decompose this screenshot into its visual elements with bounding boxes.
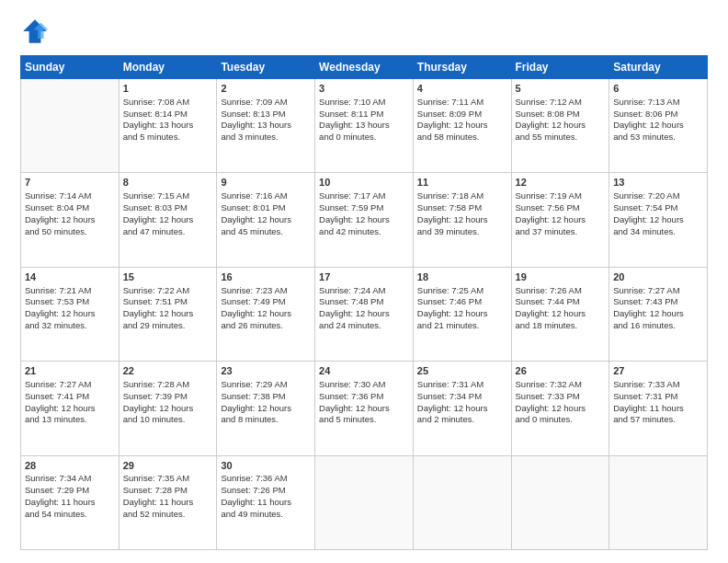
day-info: Sunset: 8:04 PM [25,202,115,214]
day-info: Sunset: 7:51 PM [123,296,213,308]
calendar-day-cell [511,455,609,549]
day-number: 21 [25,364,115,378]
day-number: 19 [516,270,606,284]
day-info: and 10 minutes. [123,414,213,426]
day-info: and 0 minutes. [516,414,606,426]
day-info: Sunset: 7:36 PM [319,391,409,403]
calendar-day-cell: 26Sunrise: 7:32 AMSunset: 7:33 PMDayligh… [511,362,609,455]
calendar-day-cell: 5Sunrise: 7:12 AMSunset: 8:08 PMDaylight… [511,79,609,173]
calendar-day-cell: 21Sunrise: 7:27 AMSunset: 7:41 PMDayligh… [21,362,119,455]
calendar-day-cell: 13Sunrise: 7:20 AMSunset: 7:54 PMDayligh… [609,173,708,267]
day-info: Sunrise: 7:32 AM [516,379,606,391]
weekday-header: Sunday [21,56,119,79]
day-info: Sunset: 7:54 PM [613,202,703,214]
day-info: and 37 minutes. [516,226,606,238]
calendar-day-cell: 29Sunrise: 7:35 AMSunset: 7:28 PMDayligh… [119,455,217,549]
day-info: Daylight: 12 hours [25,308,115,320]
day-info: Daylight: 12 hours [25,214,115,226]
day-number: 14 [25,270,115,284]
day-info: Sunset: 7:26 PM [221,485,311,497]
day-info: Sunset: 7:49 PM [221,296,311,308]
day-info: Sunrise: 7:25 AM [417,285,507,297]
day-info: Sunset: 7:44 PM [516,296,606,308]
day-info: Sunset: 8:03 PM [123,202,213,214]
day-info: Daylight: 12 hours [123,403,213,415]
day-info: and 18 minutes. [516,320,606,332]
calendar-day-cell: 16Sunrise: 7:23 AMSunset: 7:49 PMDayligh… [217,267,315,361]
day-info: Sunrise: 7:09 AM [221,97,311,109]
day-info: Daylight: 12 hours [516,214,606,226]
day-number: 9 [221,176,311,190]
day-info: and 13 minutes. [25,414,115,426]
day-number: 4 [417,82,507,96]
day-info: Sunrise: 7:28 AM [123,379,213,391]
day-info: Sunrise: 7:20 AM [613,190,703,202]
weekday-header: Tuesday [217,56,315,79]
page: SundayMondayTuesdayWednesdayThursdayFrid… [0,0,728,563]
day-info: and 50 minutes. [25,226,115,238]
day-info: and 2 minutes. [417,414,507,426]
day-info: Sunset: 7:31 PM [613,391,703,403]
day-info: and 21 minutes. [417,320,507,332]
day-info: Daylight: 12 hours [123,214,213,226]
day-number: 18 [417,270,507,284]
calendar-week-row: 1Sunrise: 7:08 AMSunset: 8:14 PMDaylight… [21,79,708,173]
day-number: 22 [123,364,213,378]
day-info: Daylight: 13 hours [221,120,311,132]
weekday-header: Friday [511,56,609,79]
day-number: 8 [123,176,213,190]
calendar-day-cell: 9Sunrise: 7:16 AMSunset: 8:01 PMDaylight… [217,173,315,267]
day-number: 3 [319,82,409,96]
day-info: and 45 minutes. [221,226,311,238]
day-info: Sunrise: 7:14 AM [25,190,115,202]
logo-icon [20,17,50,46]
day-number: 13 [613,176,703,190]
calendar-day-cell: 11Sunrise: 7:18 AMSunset: 7:58 PMDayligh… [413,173,511,267]
day-info: and 49 minutes. [221,509,311,521]
calendar-day-cell [315,455,414,549]
day-info: Sunrise: 7:19 AM [516,190,606,202]
day-info: Sunrise: 7:13 AM [613,97,703,109]
day-info: Sunset: 7:33 PM [516,391,606,403]
day-info: Sunset: 8:01 PM [221,202,311,214]
day-number: 29 [123,459,213,473]
calendar-day-cell: 8Sunrise: 7:15 AMSunset: 8:03 PMDaylight… [119,173,217,267]
day-info: Daylight: 12 hours [221,403,311,415]
day-info: Daylight: 12 hours [516,120,606,132]
day-info: Sunset: 7:38 PM [221,391,311,403]
day-number: 20 [613,270,703,284]
day-info: Sunrise: 7:33 AM [613,379,703,391]
day-info: and 8 minutes. [221,414,311,426]
day-number: 26 [516,364,606,378]
day-number: 27 [613,364,703,378]
day-info: Daylight: 12 hours [516,403,606,415]
day-info: and 24 minutes. [319,320,409,332]
day-number: 1 [123,82,213,96]
weekday-header: Thursday [413,56,511,79]
day-info: Sunset: 7:34 PM [417,391,507,403]
day-info: and 39 minutes. [417,226,507,238]
day-info: Sunset: 7:41 PM [25,391,115,403]
day-info: Sunset: 7:58 PM [417,202,507,214]
day-number: 30 [221,459,311,473]
day-info: Daylight: 11 hours [613,403,703,415]
day-info: Daylight: 12 hours [123,308,213,320]
day-number: 7 [25,176,115,190]
day-info: Sunset: 8:11 PM [319,109,409,121]
calendar-day-cell: 10Sunrise: 7:17 AMSunset: 7:59 PMDayligh… [315,173,414,267]
day-info: Sunset: 7:29 PM [25,485,115,497]
day-info: Daylight: 12 hours [417,120,507,132]
day-info: Sunrise: 7:27 AM [613,285,703,297]
day-info: and 29 minutes. [123,320,213,332]
day-info: Sunrise: 7:10 AM [319,97,409,109]
calendar-day-cell: 24Sunrise: 7:30 AMSunset: 7:36 PMDayligh… [315,362,414,455]
day-info: Sunset: 8:14 PM [123,109,213,121]
calendar-day-cell: 17Sunrise: 7:24 AMSunset: 7:48 PMDayligh… [315,267,414,361]
day-info: and 55 minutes. [516,132,606,144]
day-info: and 32 minutes. [25,320,115,332]
day-info: and 42 minutes. [319,226,409,238]
day-info: Sunrise: 7:30 AM [319,379,409,391]
day-info: Daylight: 12 hours [25,403,115,415]
weekday-header: Saturday [609,56,708,79]
day-info: and 58 minutes. [417,132,507,144]
